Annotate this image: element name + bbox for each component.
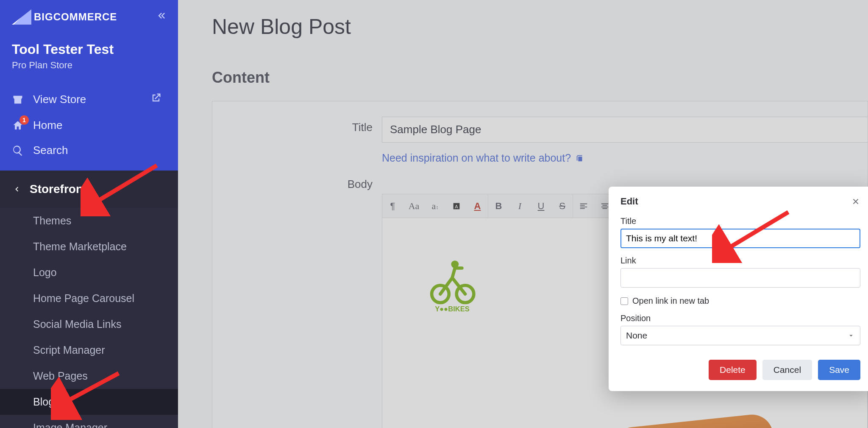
- modal-title-input[interactable]: [620, 229, 860, 248]
- modal-position-value: None: [626, 330, 647, 341]
- brand-big: BIG: [34, 11, 53, 22]
- chevron-down-icon: [847, 332, 855, 339]
- brand-row: BIGCOMMERCE: [12, 9, 166, 25]
- view-store-label: View Store: [33, 93, 86, 106]
- sidebar-item-themes[interactable]: Themes: [0, 208, 178, 234]
- search-link[interactable]: Search: [12, 138, 166, 163]
- section-title: Storefront: [30, 182, 87, 196]
- modal-link-label: Link: [620, 256, 860, 266]
- storefront-icon: [12, 94, 24, 106]
- store-name: Tool Tester Test: [12, 42, 166, 57]
- modal-link-input[interactable]: [620, 268, 860, 288]
- chevron-left-icon: [12, 185, 21, 194]
- brand-logo: BIGCOMMERCE: [12, 9, 117, 25]
- delete-button[interactable]: Delete: [709, 360, 757, 380]
- view-store-link[interactable]: View Store: [12, 86, 166, 113]
- home-label: Home: [33, 119, 62, 132]
- sidebar-item-social-media-links[interactable]: Social Media Links: [0, 311, 178, 337]
- edit-modal: Edit Title Link Open link in new tab Pos…: [609, 187, 868, 391]
- modal-position-label: Position: [620, 313, 860, 323]
- home-badge: 1: [19, 115, 29, 125]
- brand-text: BIGCOMMERCE: [34, 11, 117, 23]
- modal-header: Edit: [620, 196, 860, 207]
- collapse-sidebar-icon[interactable]: [154, 10, 166, 24]
- sidebar-item-theme-marketplace[interactable]: Theme Marketplace: [0, 234, 178, 260]
- cancel-button[interactable]: Cancel: [762, 360, 812, 380]
- brand-mark-icon: [12, 9, 31, 25]
- save-button[interactable]: Save: [818, 360, 860, 380]
- sidebar-item-image-manager[interactable]: Image Manager: [0, 415, 178, 428]
- sidebar-item-logo[interactable]: Logo: [0, 260, 178, 285]
- modal-newtab-label: Open link in new tab: [632, 296, 709, 306]
- section-items: Themes Theme Marketplace Logo Home Page …: [0, 208, 178, 428]
- modal-close-button[interactable]: [851, 197, 860, 206]
- home-link[interactable]: 1 Home: [12, 113, 166, 138]
- modal-position-select[interactable]: None: [620, 326, 860, 345]
- section-storefront[interactable]: Storefront: [0, 171, 178, 208]
- sidebar-item-home-page-carousel[interactable]: Home Page Carousel: [0, 285, 178, 311]
- modal-heading: Edit: [620, 196, 638, 207]
- search-icon: [12, 145, 24, 157]
- search-label: Search: [33, 144, 68, 157]
- sidebar-item-blog[interactable]: Blog: [0, 389, 178, 415]
- sidebar: BIGCOMMERCE Tool Tester Test Pro Plan St…: [0, 0, 178, 428]
- modal-newtab-checkbox[interactable]: [620, 297, 628, 305]
- sidebar-item-script-manager[interactable]: Script Manager: [0, 337, 178, 363]
- sidebar-top: BIGCOMMERCE Tool Tester Test Pro Plan St…: [0, 0, 178, 171]
- store-plan: Pro Plan Store: [12, 60, 166, 71]
- external-link-icon: [150, 92, 162, 107]
- brand-rest: COMMERCE: [53, 11, 117, 22]
- modal-newtab-row[interactable]: Open link in new tab: [620, 296, 860, 306]
- modal-footer: Delete Cancel Save: [620, 360, 860, 380]
- sidebar-item-web-pages[interactable]: Web Pages: [0, 363, 178, 389]
- top-links: View Store 1 Home Search: [12, 86, 166, 163]
- close-icon: [851, 197, 860, 206]
- modal-title-label: Title: [620, 216, 860, 226]
